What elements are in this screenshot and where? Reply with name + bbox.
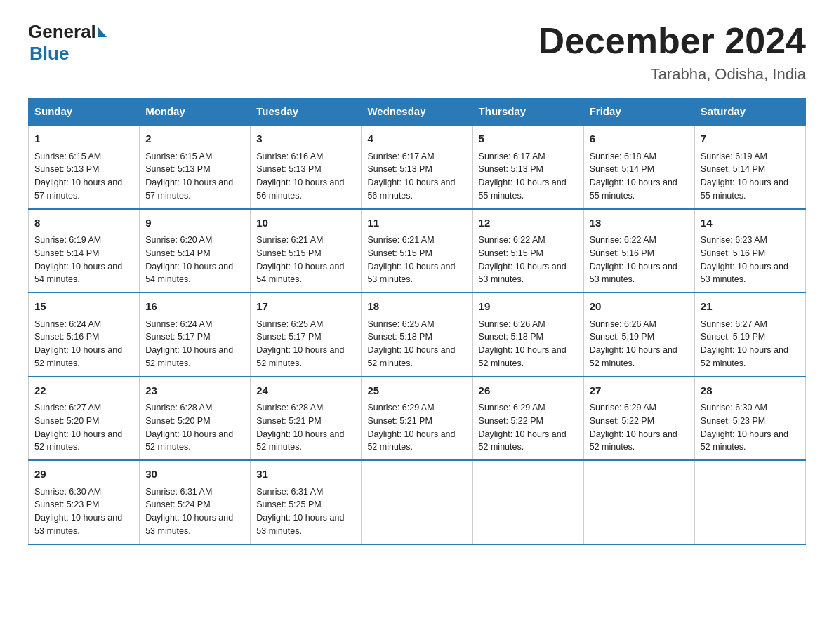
day-number: 14 (701, 215, 800, 232)
sunset-text: Sunset: 5:15 PM (479, 248, 543, 258)
sunset-text: Sunset: 5:15 PM (367, 248, 432, 258)
day-number: 21 (701, 299, 800, 315)
sunset-text: Sunset: 5:18 PM (479, 332, 543, 342)
sunrise-text: Sunrise: 6:28 AM (145, 403, 212, 412)
day-number: 24 (256, 383, 355, 399)
calendar-cell: 31Sunrise: 6:31 AMSunset: 5:25 PMDayligh… (251, 460, 362, 544)
sunset-text: Sunset: 5:22 PM (590, 416, 654, 426)
calendar-cell: 26Sunrise: 6:29 AMSunset: 5:22 PMDayligh… (472, 377, 583, 461)
calendar-cell: 25Sunrise: 6:29 AMSunset: 5:21 PMDayligh… (362, 377, 472, 461)
main-title: December 2024 (538, 21, 806, 61)
calendar-cell: 3Sunrise: 6:16 AMSunset: 5:13 PMDaylight… (251, 125, 362, 209)
daylight-text: Daylight: 10 hours and 56 minutes. (367, 177, 455, 201)
day-number: 5 (479, 131, 578, 147)
daylight-text: Daylight: 10 hours and 56 minutes. (256, 177, 344, 201)
daylight-text: Daylight: 10 hours and 53 minutes. (367, 262, 455, 285)
daylight-text: Daylight: 10 hours and 57 minutes. (145, 177, 233, 201)
daylight-text: Daylight: 10 hours and 55 minutes. (590, 177, 677, 201)
calendar-cell: 27Sunrise: 6:29 AMSunset: 5:22 PMDayligh… (583, 377, 694, 461)
sunset-text: Sunset: 5:13 PM (145, 164, 210, 174)
daylight-text: Daylight: 10 hours and 53 minutes. (479, 262, 567, 285)
sunrise-text: Sunrise: 6:31 AM (256, 487, 323, 497)
calendar-cell: 8Sunrise: 6:19 AMSunset: 5:14 PMDaylight… (29, 209, 140, 293)
col-header-wednesday: Wednesday (362, 98, 472, 126)
calendar-cell (694, 460, 805, 544)
week-row-4: 22Sunrise: 6:27 AMSunset: 5:20 PMDayligh… (29, 377, 806, 461)
sunset-text: Sunset: 5:24 PM (145, 499, 210, 509)
day-number: 29 (34, 467, 133, 483)
calendar-cell: 21Sunrise: 6:27 AMSunset: 5:19 PMDayligh… (694, 293, 805, 377)
sunrise-text: Sunrise: 6:27 AM (701, 319, 767, 329)
col-header-friday: Friday (583, 98, 694, 126)
daylight-text: Daylight: 10 hours and 53 minutes. (701, 262, 788, 285)
day-number: 7 (701, 131, 800, 147)
calendar-cell (362, 460, 472, 544)
sunrise-text: Sunrise: 6:21 AM (367, 235, 434, 245)
day-number: 11 (367, 215, 466, 232)
calendar-cell: 22Sunrise: 6:27 AMSunset: 5:20 PMDayligh… (29, 377, 140, 461)
week-row-2: 8Sunrise: 6:19 AMSunset: 5:14 PMDaylight… (29, 209, 806, 293)
sunset-text: Sunset: 5:13 PM (34, 164, 99, 174)
sunset-text: Sunset: 5:13 PM (256, 164, 321, 174)
calendar-header-row: SundayMondayTuesdayWednesdayThursdayFrid… (29, 98, 806, 126)
sunset-text: Sunset: 5:14 PM (590, 164, 654, 174)
daylight-text: Daylight: 10 hours and 52 minutes. (256, 429, 344, 452)
daylight-text: Daylight: 10 hours and 55 minutes. (479, 177, 567, 201)
sunset-text: Sunset: 5:16 PM (701, 248, 765, 258)
calendar-cell: 16Sunrise: 6:24 AMSunset: 5:17 PMDayligh… (140, 293, 251, 377)
daylight-text: Daylight: 10 hours and 52 minutes. (479, 345, 567, 368)
sunrise-text: Sunrise: 6:29 AM (367, 403, 434, 412)
sunrise-text: Sunrise: 6:25 AM (367, 319, 434, 329)
sunrise-text: Sunrise: 6:28 AM (256, 403, 323, 412)
daylight-text: Daylight: 10 hours and 52 minutes. (701, 429, 788, 452)
daylight-text: Daylight: 10 hours and 52 minutes. (145, 345, 233, 368)
calendar-cell: 11Sunrise: 6:21 AMSunset: 5:15 PMDayligh… (362, 209, 472, 293)
calendar-cell: 24Sunrise: 6:28 AMSunset: 5:21 PMDayligh… (251, 377, 362, 461)
sunrise-text: Sunrise: 6:20 AM (145, 235, 212, 245)
sunset-text: Sunset: 5:25 PM (256, 499, 321, 509)
calendar-cell: 17Sunrise: 6:25 AMSunset: 5:17 PMDayligh… (251, 293, 362, 377)
page-header: General Blue December 2024 Tarabha, Odis… (28, 21, 806, 83)
daylight-text: Daylight: 10 hours and 52 minutes. (590, 429, 677, 452)
calendar-cell: 23Sunrise: 6:28 AMSunset: 5:20 PMDayligh… (140, 377, 251, 461)
day-number: 17 (256, 299, 355, 315)
subtitle: Tarabha, Odisha, India (538, 65, 806, 83)
day-number: 13 (590, 215, 689, 232)
calendar-cell: 19Sunrise: 6:26 AMSunset: 5:18 PMDayligh… (472, 293, 583, 377)
sunrise-text: Sunrise: 6:23 AM (701, 235, 767, 245)
day-number: 10 (256, 215, 355, 232)
calendar-cell (472, 460, 583, 544)
daylight-text: Daylight: 10 hours and 52 minutes. (34, 429, 122, 452)
logo: General Blue (28, 21, 107, 65)
sunrise-text: Sunrise: 6:22 AM (479, 235, 545, 245)
calendar-cell: 20Sunrise: 6:26 AMSunset: 5:19 PMDayligh… (583, 293, 694, 377)
daylight-text: Daylight: 10 hours and 54 minutes. (145, 262, 233, 285)
day-number: 20 (590, 299, 689, 315)
calendar-cell: 5Sunrise: 6:17 AMSunset: 5:13 PMDaylight… (472, 125, 583, 209)
calendar-cell: 6Sunrise: 6:18 AMSunset: 5:14 PMDaylight… (583, 125, 694, 209)
calendar-cell: 10Sunrise: 6:21 AMSunset: 5:15 PMDayligh… (251, 209, 362, 293)
week-row-5: 29Sunrise: 6:30 AMSunset: 5:23 PMDayligh… (29, 460, 806, 544)
calendar-cell: 13Sunrise: 6:22 AMSunset: 5:16 PMDayligh… (583, 209, 694, 293)
logo-general-text: General (28, 21, 96, 43)
sunrise-text: Sunrise: 6:27 AM (34, 403, 101, 412)
sunrise-text: Sunrise: 6:29 AM (479, 403, 545, 412)
day-number: 15 (34, 299, 133, 315)
logo-blue-text: Blue (29, 43, 107, 65)
sunrise-text: Sunrise: 6:30 AM (701, 403, 767, 412)
sunset-text: Sunset: 5:18 PM (367, 332, 432, 342)
calendar-cell: 28Sunrise: 6:30 AMSunset: 5:23 PMDayligh… (694, 377, 805, 461)
sunrise-text: Sunrise: 6:16 AM (256, 152, 323, 161)
daylight-text: Daylight: 10 hours and 53 minutes. (256, 513, 344, 536)
day-number: 4 (367, 131, 466, 147)
daylight-text: Daylight: 10 hours and 55 minutes. (701, 177, 788, 201)
calendar-table: SundayMondayTuesdayWednesdayThursdayFrid… (28, 98, 806, 545)
sunrise-text: Sunrise: 6:18 AM (590, 152, 656, 161)
calendar-cell: 1Sunrise: 6:15 AMSunset: 5:13 PMDaylight… (29, 125, 140, 209)
day-number: 18 (367, 299, 466, 315)
sunrise-text: Sunrise: 6:15 AM (145, 152, 212, 161)
calendar-cell: 2Sunrise: 6:15 AMSunset: 5:13 PMDaylight… (140, 125, 251, 209)
week-row-1: 1Sunrise: 6:15 AMSunset: 5:13 PMDaylight… (29, 125, 806, 209)
sunrise-text: Sunrise: 6:31 AM (145, 487, 212, 497)
col-header-thursday: Thursday (472, 98, 583, 126)
